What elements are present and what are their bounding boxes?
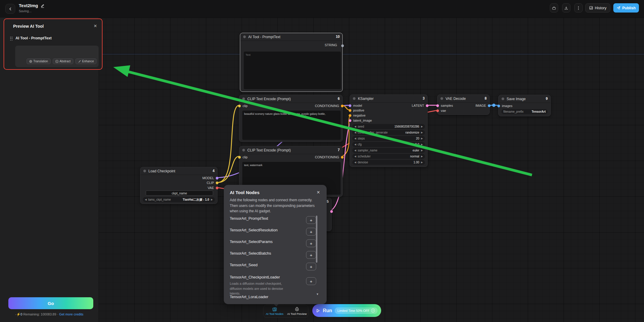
decrement-icon[interactable]: ◀ [354, 131, 356, 134]
node-ai-tool-prompttext[interactable]: AI Tool - PromptText 10 STRING Text [240, 33, 343, 92]
samples-input-port[interactable] [436, 104, 439, 107]
edit-title-icon[interactable] [41, 4, 45, 8]
modal-description: Add the following nodes and connect them… [230, 197, 320, 214]
clip-output-port[interactable] [216, 182, 218, 184]
vae-output-port[interactable] [216, 187, 218, 189]
tab-ai-tool-nodes[interactable]: AI Tool Nodes [263, 305, 286, 318]
add-node-button[interactable]: + [306, 239, 316, 247]
node-title: Load Checkpoint [148, 169, 175, 173]
collapse-dot-icon[interactable] [440, 97, 443, 100]
history-button[interactable]: History [585, 3, 610, 13]
conditioning-output-port[interactable] [341, 156, 344, 159]
add-node-button[interactable]: + [306, 277, 316, 285]
tab-ai-tool-preview[interactable]: AI Tool Preview [286, 305, 308, 318]
ckpt-name-box[interactable]: ckpt_name [146, 191, 213, 196]
go-button[interactable]: Go [8, 297, 93, 309]
globe-icon [29, 60, 32, 63]
collapse-dot-icon[interactable] [243, 35, 246, 38]
latent-output-port[interactable] [426, 104, 429, 107]
publish-button[interactable]: Publish [613, 3, 639, 13]
increment-icon[interactable]: ▶ [421, 131, 423, 134]
increment-icon[interactable]: ▶ [421, 143, 423, 146]
collapse-dot-icon[interactable] [353, 97, 356, 100]
clip-input-port[interactable] [238, 105, 241, 107]
decrement-icon[interactable]: ◀ [354, 137, 356, 140]
node-save-image[interactable]: Save Image 9 images filename_prefix Tens… [498, 95, 551, 116]
increment-icon[interactable]: ▶ [421, 125, 423, 128]
scrollbar-thumb[interactable] [316, 216, 317, 263]
enhance-chip[interactable]: Enhance [75, 58, 97, 64]
positive-input-port[interactable] [349, 109, 351, 112]
collapse-dot-icon[interactable] [242, 149, 245, 151]
get-more-credits-link[interactable]: Get more credits [59, 312, 83, 316]
scroll-down-icon: ▾ [316, 292, 318, 296]
bag-icon [552, 6, 556, 10]
clip-input-port[interactable] [238, 156, 241, 159]
translation-chip[interactable]: Translation [27, 58, 51, 64]
add-node-button[interactable]: + [306, 251, 316, 259]
back-button[interactable] [5, 4, 15, 14]
collapse-dot-icon[interactable] [242, 97, 245, 100]
decrement-icon[interactable]: ◀ [354, 149, 356, 152]
help-icon[interactable]: ? [371, 309, 375, 312]
close-icon[interactable]: ✕ [316, 190, 320, 195]
node-order-badge: 10 [336, 35, 340, 39]
collapse-dot-icon[interactable] [502, 97, 504, 100]
run-button[interactable]: Run Limited Time 50% OFF ? [312, 304, 381, 317]
node-order-badge: 7 [338, 148, 340, 152]
decrement-icon[interactable]: ◀ [354, 161, 356, 164]
conditioning-output-port[interactable] [341, 105, 344, 107]
assets-bag-button[interactable] [550, 3, 558, 13]
modal-title: AI Tool Nodes [230, 190, 260, 195]
more-menu-button[interactable] [574, 3, 583, 13]
model-output-port[interactable] [216, 177, 218, 179]
increment-icon[interactable]: ▶ [421, 155, 423, 158]
denoise-widget[interactable]: ◀denoise 1.00▶ [352, 160, 425, 165]
latent-image-input-port[interactable] [349, 119, 351, 122]
decrement-icon[interactable]: ◀ [145, 198, 147, 201]
drag-handle-icon[interactable] [10, 37, 13, 41]
decrement-icon[interactable]: ◀ [354, 143, 356, 146]
scheduler-widget[interactable]: ◀scheduler normal▶ [352, 154, 425, 159]
collapse-dot-icon[interactable] [143, 170, 146, 172]
control-after-generate-widget[interactable]: ◀control_after_generate randomize▶ [352, 130, 425, 135]
node-title: CLIP Text Encode (Prompt) [247, 97, 291, 101]
decrement-icon[interactable]: ◀ [354, 125, 356, 128]
node-title: VAE Decode [446, 97, 466, 101]
cfg-widget[interactable]: ◀cfg 8.0▶ [352, 142, 425, 147]
node-ksampler[interactable]: KSampler 3 model positive negative laten… [350, 95, 428, 167]
list-item: TensorArt_PromptText + [230, 216, 316, 224]
increment-icon[interactable]: ▶ [421, 161, 423, 164]
prompt-textarea[interactable]: Text [244, 52, 341, 89]
tams-ckpt-name-widget[interactable]: ◀tams_ckpt_name TianHai二次媛 - 1.0▶ [143, 197, 215, 202]
images-input-port[interactable] [497, 105, 500, 107]
prompt-textarea[interactable]: beautiful scenery nature glass bottle la… [242, 111, 341, 140]
download-button[interactable] [562, 3, 570, 13]
steps-widget[interactable]: ◀steps 20▶ [352, 136, 425, 141]
node-order-badge: 6 [338, 97, 340, 101]
abstract-chip[interactable]: Abstract [53, 58, 73, 64]
string-output-port[interactable] [341, 44, 344, 47]
sampler-name-widget[interactable]: ◀sampler_name euler▶ [352, 148, 425, 153]
latent-output-port[interactable] [330, 210, 333, 213]
node-clip-encode-positive[interactable]: CLIP Text Encode (Prompt) 6 clip CONDITI… [239, 95, 343, 142]
increment-icon[interactable]: ▶ [421, 137, 423, 140]
add-node-button[interactable]: + [306, 228, 316, 236]
add-node-button[interactable]: + [306, 216, 316, 224]
vae-input-port[interactable] [436, 109, 439, 112]
node-order-badge: 9 [546, 97, 548, 101]
negative-input-port[interactable] [349, 114, 351, 117]
model-input-port[interactable] [349, 104, 351, 107]
filename-prefix-widget[interactable]: filename_prefix TensorArt [501, 109, 548, 114]
add-node-button[interactable]: + [306, 263, 316, 270]
increment-icon[interactable]: ▶ [421, 149, 423, 152]
decrement-icon[interactable]: ◀ [354, 155, 356, 158]
node-load-checkpoint[interactable]: Load Checkpoint 4 MODEL CLIP VAE ckpt_na… [140, 167, 218, 204]
seed-widget[interactable]: ◀seed 156680208700286▶ [352, 124, 425, 129]
node-vae-decode[interactable]: VAE Decode 8 samples vae IMAGE [437, 95, 490, 115]
close-icon[interactable]: ✕ [94, 24, 97, 28]
image-output-port[interactable] [488, 104, 491, 107]
node-order-badge: 8 [485, 96, 487, 100]
list-item: TensorArt_SelectBatchs + [230, 251, 316, 259]
increment-icon[interactable]: ▶ [211, 198, 213, 201]
